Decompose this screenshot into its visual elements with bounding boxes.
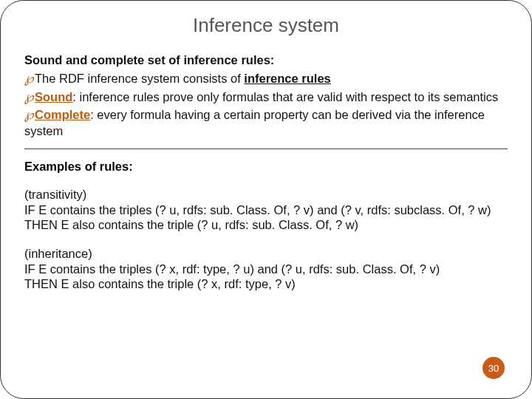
rule-2-name: (inheritance) — [24, 246, 508, 262]
examples-heading: Examples of rules: — [24, 160, 508, 174]
bullet-2-keyword: Sound — [35, 90, 72, 103]
slide-frame: Inference system Sound and complete set … — [0, 0, 532, 399]
bullet-1-keyword: inference rules — [244, 72, 330, 85]
slide-title: Inference system — [24, 14, 508, 37]
bullet-glyph-icon: ℘ — [24, 107, 32, 122]
rule-transitivity: (transitivity) IF E contains the triples… — [24, 187, 508, 233]
bullet-3-text: : every formula having a certain propert… — [24, 108, 485, 137]
rule-2-line-1: IF E contains the triples (? x, rdf: typ… — [24, 262, 508, 277]
bullet-glyph-icon: ℘ — [24, 89, 32, 104]
rule-1-line-2: THEN E also contains the triple (? u, rd… — [24, 217, 508, 233]
bullet-2: ℘Sound: inference rules prove only formu… — [24, 89, 508, 106]
page-number-badge: 30 — [482, 357, 505, 379]
bullet-1-text-pre: The RDF inference system consists of — [35, 72, 244, 85]
section-heading: Sound and complete set of inference rule… — [24, 53, 508, 67]
bullet-glyph-icon: ℘ — [24, 71, 32, 86]
bullet-3: ℘Complete: every formula having a certai… — [24, 106, 508, 138]
bullet-2-text: : inference rules prove only formulas th… — [72, 90, 498, 103]
bullet-1: ℘The RDF inference system consists of in… — [24, 70, 508, 87]
rule-1-line-1: IF E contains the triples (? u, rdfs: su… — [24, 202, 508, 218]
divider-line — [24, 149, 508, 149]
bullet-3-keyword: Complete — [35, 108, 90, 121]
rule-1-name: (transitivity) — [24, 187, 508, 202]
rule-2-line-2: THEN E also contains the triple (? x, rd… — [24, 276, 508, 292]
rule-inheritance: (inheritance) IF E contains the triples … — [24, 246, 508, 292]
